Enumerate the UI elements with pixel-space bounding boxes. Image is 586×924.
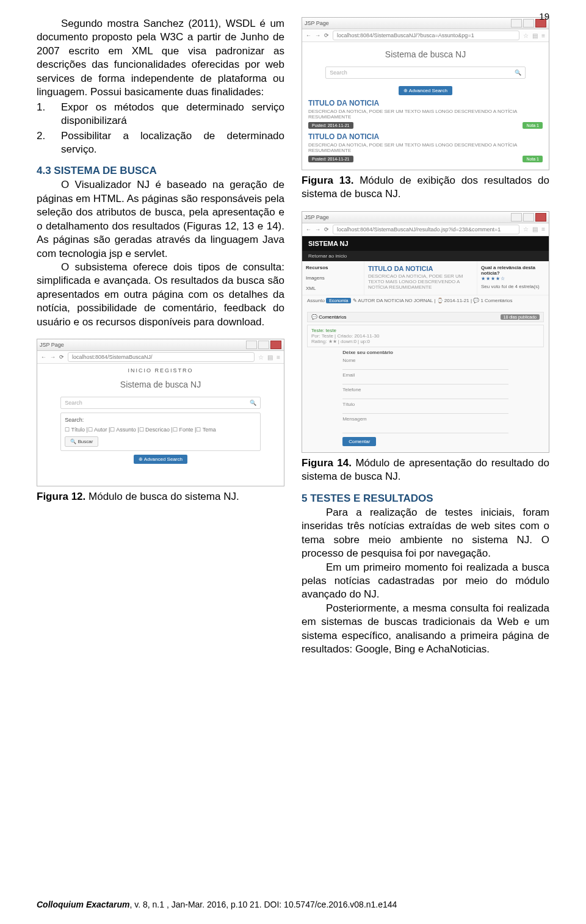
comment-date: Por: Teste | Criado: 2014-11-30 (311, 333, 540, 339)
field-email-input[interactable] (342, 378, 508, 384)
docs-icon[interactable]: ▤ (532, 226, 538, 233)
page-number: 19 (539, 11, 549, 21)
result-desc: DESCRICAO DA NOTICIA, PODE SER UM TEXTO … (308, 142, 543, 153)
buscar-button[interactable]: 🔍 Buscar (65, 436, 98, 447)
detail-grid: Recursos Imagens XML TITULO DA NOTICIA D… (302, 261, 549, 295)
field-titulo-input[interactable] (342, 407, 508, 414)
close-icon[interactable] (535, 213, 546, 222)
wsdl-paragraph: Segundo mostra Sanchez (2011), WSDL é um… (37, 17, 284, 99)
section-43-heading: 4.3 SISTEMA DE BUSCA (37, 165, 284, 177)
nav-reload-icon[interactable]: ⟳ (59, 354, 64, 360)
resource-item[interactable]: Imagens (306, 275, 360, 281)
figure-14-caption: Figura 14. Módulo de apresentação do res… (302, 457, 549, 484)
left-column: Segundo mostra Sanchez (2011), WSDL é um… (37, 17, 284, 657)
resources-head: Recursos (306, 265, 360, 270)
page-footer: Colloquium Exactarum, v. 8, n.1 , Jan-Ma… (37, 900, 397, 909)
window-controls (511, 213, 546, 222)
nav-fwd-icon[interactable]: → (50, 354, 56, 360)
news-desc: DESCRICAO DA NOTICIA, PODE SER UM TEXTO … (368, 273, 473, 290)
menu-icon[interactable]: ≡ (541, 32, 545, 39)
nota-badge: Nota 1 (523, 122, 543, 129)
posted-badge: Posted: 2014-11-21 (308, 122, 353, 129)
result-desc: DESCRICAO DA NOTICIA, PODE SER UM TEXTO … (308, 109, 543, 120)
address-bar[interactable]: localhost:8084/SistemaBuscaNJ/ (68, 352, 255, 362)
search-input[interactable]: Search 🔍 (60, 397, 261, 409)
comentar-button[interactable]: Comentar (342, 437, 376, 446)
assunto-label: Assunto (307, 298, 325, 303)
field-msg-label: Mensagem (342, 416, 508, 422)
advanced-search-button[interactable]: ⊕ Advanced Search (134, 455, 187, 464)
nav-fwd-icon[interactable]: → (315, 32, 320, 38)
comments-head: 💬 Comentários (311, 314, 347, 320)
docs-icon[interactable]: ▤ (532, 32, 538, 39)
field-email-label: Email (342, 372, 508, 378)
back-link[interactable]: Retornar ao início (302, 251, 549, 261)
maximize-icon[interactable] (523, 19, 534, 27)
nav-links[interactable]: INICIO REGISTRO (41, 367, 280, 374)
section-5-p2: Em um primeiro momento foi realizada a b… (302, 561, 549, 602)
field-nome-input[interactable] (342, 363, 508, 370)
figure-12-caption: Figura 12. Módulo de busca do sistema NJ… (37, 490, 284, 504)
result-title[interactable]: TITULO DA NOTICIA (308, 132, 543, 141)
menu-icon[interactable]: ≡ (277, 354, 280, 361)
list-text-2: Possibilitar a localização de determinad… (61, 130, 284, 155)
nota-badge: Nota 1 (523, 156, 543, 162)
field-telefone-input[interactable] (342, 392, 508, 399)
star-icon[interactable]: ☆ (523, 226, 529, 233)
nav-back-icon[interactable]: ← (306, 226, 311, 233)
maximize-icon[interactable] (258, 341, 269, 349)
search-placeholder: Search (65, 400, 82, 406)
address-bar[interactable]: localhost:8084/SistemaBuscaNJ/?busca=Ass… (333, 31, 519, 40)
section-5-p1: Para a realização de testes iniciais, fo… (302, 506, 549, 561)
figure-13-window: JSP Page ← → ⟳ localhost:8084/SistemaBus… (302, 17, 549, 170)
minimize-icon[interactable] (246, 341, 257, 349)
result-title[interactable]: TITULO DA NOTICIA (308, 99, 543, 107)
search-input[interactable]: Search 🔍 (325, 67, 526, 79)
list-number-2: 2. (37, 129, 61, 143)
window-controls (246, 341, 281, 349)
advanced-search-box: Search: ☐ Título |☐ Autor |☐ Assunto |☐ … (60, 413, 261, 451)
rating-stars[interactable]: ★★★★☆ (481, 276, 545, 281)
nav-back-icon[interactable]: ← (41, 354, 46, 360)
star-icon[interactable]: ☆ (258, 354, 264, 361)
field-msg-input[interactable] (342, 422, 508, 433)
figure-12-window: JSP Page ← → ⟳ localhost:8084/SistemaBus… (37, 339, 284, 486)
nav-back-icon[interactable]: ← (306, 32, 311, 38)
comment-age-badge: 18 dias publicado (501, 314, 540, 320)
brand-header: SISTEMA NJ (302, 236, 549, 251)
minimize-icon[interactable] (511, 213, 522, 222)
figure-12-text: Módulo de busca do sistema NJ. (85, 491, 239, 502)
field-telefone-label: Telefone (342, 387, 508, 392)
field-nome-label: Nome (342, 358, 508, 363)
nav-reload-icon[interactable]: ⟳ (324, 32, 329, 38)
adv-options[interactable]: ☐ Título |☐ Autor |☐ Assunto |☐ Descrica… (65, 427, 256, 433)
menu-icon[interactable]: ≡ (541, 226, 545, 233)
list-item-2: 2.Possibilitar a localização de determin… (37, 129, 284, 157)
field-titulo-label: Título (342, 402, 508, 407)
two-column-layout: Segundo mostra Sanchez (2011), WSDL é um… (37, 17, 549, 657)
figure-14-window: JSP Page ← → ⟳ localhost:8084/SistemaBus… (302, 211, 549, 453)
address-bar[interactable]: localhost:8084/SistemaBuscaNJ/resultado.… (333, 225, 519, 234)
browser-tab: JSP Page (40, 342, 64, 348)
list-item-1: 1.Expor os métodos que determinado servi… (37, 101, 284, 128)
list-text-1: Expor os métodos que determinado serviço… (61, 101, 284, 126)
list-number-1: 1. (37, 101, 61, 114)
result-card-1[interactable]: TITULO DA NOTICIA DESCRICAO DA NOTICIA, … (308, 99, 543, 129)
maximize-icon[interactable] (523, 213, 534, 222)
assunto-tag: Economia (326, 298, 351, 303)
close-icon[interactable] (270, 341, 281, 349)
browser-tab: JSP Page (305, 214, 329, 220)
search-icon[interactable]: 🔍 (250, 400, 256, 406)
advanced-search-button[interactable]: ⊕ Advanced Search (399, 86, 452, 95)
docs-icon[interactable]: ▤ (267, 354, 273, 361)
nav-reload-icon[interactable]: ⟳ (324, 226, 329, 233)
result-card-2[interactable]: TITULO DA NOTICIA DESCRICAO DA NOTICIA, … (308, 132, 543, 162)
right-column: JSP Page ← → ⟳ localhost:8084/SistemaBus… (302, 17, 549, 657)
comment-rating: Rating: ★★ | down:0 | up:0 (311, 339, 540, 344)
star-icon[interactable]: ☆ (523, 32, 529, 39)
minimize-icon[interactable] (511, 19, 522, 27)
section-5-heading: 5 TESTES E RESULTADOS (302, 493, 549, 505)
search-icon[interactable]: 🔍 (515, 70, 521, 76)
nav-fwd-icon[interactable]: → (315, 226, 320, 233)
resource-item[interactable]: XML (306, 286, 360, 291)
